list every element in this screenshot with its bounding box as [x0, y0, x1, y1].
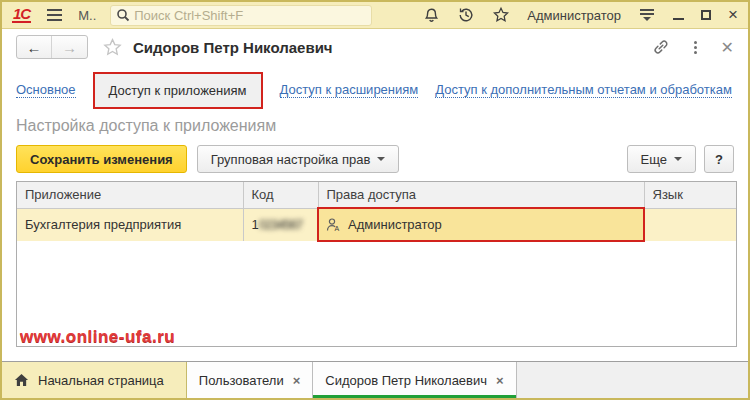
history-nav-group: ← → [16, 35, 88, 59]
group-rights-label: Групповая настройка прав [211, 152, 371, 167]
col-header-rights[interactable]: Права доступа [318, 182, 644, 208]
form-toolbar-right: ✕ [652, 38, 734, 57]
1c-logo: 1С [12, 7, 31, 23]
kebab-menu-icon[interactable] [692, 39, 699, 56]
chevron-down-icon [377, 157, 385, 161]
top-bar: 1С М.. Администратор × [2, 2, 748, 29]
col-header-language[interactable]: Язык [644, 182, 736, 208]
top-bar-right: Администратор × [423, 6, 738, 24]
menu-truncated-label[interactable]: М.. [78, 8, 96, 23]
favorites-star-icon[interactable] [492, 6, 510, 24]
table-row[interactable]: Бухгалтерия предприятия 10234567 A Админ… [17, 208, 736, 241]
maximize-icon[interactable] [701, 10, 711, 20]
cell-application[interactable]: Бухгалтерия предприятия [17, 208, 243, 241]
tab-close-icon[interactable]: × [293, 373, 301, 388]
notifications-bell-icon[interactable] [423, 7, 440, 24]
global-search[interactable] [110, 5, 372, 26]
get-link-icon[interactable] [652, 38, 670, 56]
svg-text:A: A [335, 225, 340, 232]
table-header-row: Приложение Код Права доступа Язык [17, 182, 736, 208]
close-window-icon[interactable]: × [728, 9, 738, 21]
col-header-application[interactable]: Приложение [17, 182, 243, 208]
rights-value: Администратор [348, 217, 442, 232]
add-favorite-star-icon[interactable] [102, 37, 123, 58]
home-tab-label: Начальная страница [38, 373, 164, 388]
taskbar-home-tab[interactable]: Начальная страница [2, 362, 187, 398]
col-header-code[interactable]: Код [243, 182, 318, 208]
section-title: Настройка доступа к приложениям [16, 117, 748, 135]
cell-language[interactable] [644, 208, 736, 241]
taskbar-tab-user-card[interactable]: Сидоров Петр Николаевич × [313, 362, 516, 398]
home-icon [14, 373, 29, 387]
help-button[interactable]: ? [704, 145, 734, 173]
cell-access-rights[interactable]: A Администратор [318, 208, 644, 241]
close-form-icon[interactable]: ✕ [721, 38, 734, 57]
nav-link-reports[interactable]: Доступ к дополнительным отчетам и обрабо… [435, 82, 732, 98]
service-menu-icon[interactable] [638, 7, 656, 23]
forward-button[interactable]: → [52, 36, 87, 58]
nav-link-main[interactable]: Основное [16, 82, 76, 98]
history-icon[interactable] [457, 6, 475, 24]
search-icon [116, 8, 130, 22]
command-bar: Сохранить изменения Групповая настройка … [16, 145, 734, 173]
tab-close-icon[interactable]: × [496, 373, 504, 388]
form-toolbar: ← → Сидоров Петр Николаевич ✕ [2, 29, 748, 65]
open-windows-taskbar: Начальная страница Пользователи × Сидоро… [2, 361, 748, 398]
code-prefix: 1 [252, 217, 259, 232]
more-label: Еще [641, 152, 667, 167]
minimize-icon[interactable] [673, 11, 684, 20]
page-title: Сидоров Петр Николаевич [133, 39, 333, 56]
save-changes-button[interactable]: Сохранить изменения [16, 145, 187, 173]
back-button[interactable]: ← [17, 36, 52, 58]
main-menu-icon[interactable] [45, 7, 64, 23]
form-nav-links: Основное Доступ к приложениям Доступ к р… [2, 65, 748, 109]
command-bar-right: Еще ? [627, 145, 734, 173]
tab-label: Сидоров Петр Николаевич [325, 373, 487, 388]
tab-label: Пользователи [199, 373, 284, 388]
search-input[interactable] [134, 8, 366, 23]
current-user-label[interactable]: Администратор [527, 8, 621, 23]
watermark: www.online-ufa.ru [20, 327, 175, 347]
cell-code[interactable]: 10234567 [243, 208, 318, 241]
more-button[interactable]: Еще [627, 145, 696, 173]
applications-table: Приложение Код Права доступа Язык Бухгал… [16, 181, 737, 347]
taskbar-tab-users[interactable]: Пользователи × [187, 362, 313, 398]
user-role-icon: A [325, 217, 341, 233]
nav-link-extensions[interactable]: Доступ к расширениям [280, 82, 419, 98]
app-window: 1С М.. Администратор × [0, 0, 750, 400]
code-redacted: 0234567 [259, 217, 303, 232]
chevron-down-icon [674, 157, 682, 161]
group-rights-button[interactable]: Групповая настройка прав [197, 145, 400, 173]
nav-tab-app-access[interactable]: Доступ к приложениям [93, 72, 263, 109]
